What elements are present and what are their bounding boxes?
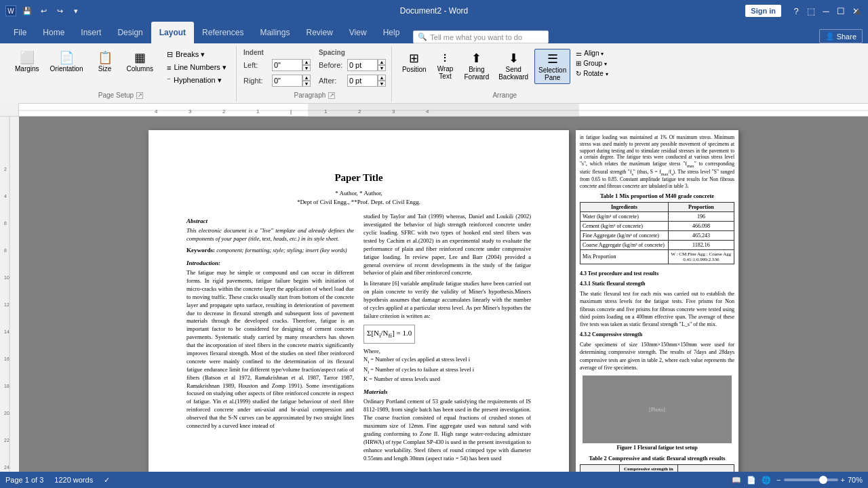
right-indent-input[interactable] [272,75,302,87]
paragraph-expand[interactable]: ↗ [328,92,335,99]
svg-text:1: 1 [324,108,328,115]
undo-qat-button[interactable]: ↩ [37,4,50,18]
tab-mailings[interactable]: Mailings [252,22,298,43]
after-spacing-input[interactable] [347,75,378,87]
breaks-icon: ⊟ [167,50,173,59]
ribbon-content: ⬜ Margins 📄 Orientation 📋 Size ▦ Columns… [0,43,868,103]
page-info: Page 1 of 3 [5,476,43,484]
tab-file[interactable]: File [5,22,35,43]
tab-references[interactable]: References [194,22,252,43]
send-backward-button[interactable]: ⬇ SendBackward [495,49,532,83]
zoom-slider[interactable] [784,479,838,481]
rotate-button[interactable]: ↻ Rotate ▾ [573,69,610,78]
tab-layout[interactable]: Layout [151,22,194,43]
svg-text:2: 2 [358,108,361,115]
after-spacing-up[interactable]: ▲ [378,75,386,81]
svg-text:6: 6 [4,221,7,226]
tab-view[interactable]: View [341,22,375,43]
orientation-button[interactable]: 📄 Orientation [46,49,87,75]
minimize-button[interactable]: ─ [819,4,833,18]
bring-forward-button[interactable]: ⬆ BringForward [461,49,493,83]
wrap-text-button[interactable]: ⫶ WrapText [433,49,458,82]
selection-pane-button[interactable]: ☰ SelectionPane [534,49,570,84]
breaks-button[interactable]: ⊟ Breaks ▾ [163,49,231,60]
left-indent-input[interactable] [272,59,302,71]
svg-text:10: 10 [4,275,9,280]
columns-label: Columns [127,65,153,73]
margins-button[interactable]: ⬜ Margins [11,49,43,75]
hyphenation-button[interactable]: ⁻ Hyphenation ▾ [163,75,231,86]
svg-text:1: 1 [256,108,260,115]
title-bar: W 💾 ↩ ↪ ▾ Document2 - Word Sign in ? ⬚ ─… [0,0,868,22]
ribbon-tabs: File Home Insert Design Layout Reference… [0,22,868,43]
abstract-text: This electronic document is a "live" tem… [186,227,354,243]
line-numbers-button[interactable]: ≡ Line Numbers ▾ [163,62,231,73]
paragraph-group-label: Paragraph [294,92,326,99]
status-left: Page 1 of 3 1220 words ✓ [5,476,110,485]
tell-me-bar[interactable]: 🔍 Tell me what you want to do [413,30,549,43]
svg-text:18: 18 [4,384,9,388]
before-spacing-up[interactable]: ▲ [378,59,386,65]
send-backward-icon: ⬇ [509,51,519,66]
paper-authors: * Author, * Author, *Dept of Civil Engg.… [186,189,531,206]
ruler-ticks: 4 3 2 1 | 1 2 3 4 [19,104,868,117]
group-button[interactable]: ⊞ Group ▾ [573,59,610,68]
table2-title: Table 2 Compressive and static flexural … [580,455,734,462]
share-label: Share [837,33,856,41]
table1-col1-header: Ingredients [580,202,669,211]
tab-insert[interactable]: Insert [73,22,109,43]
tab-review[interactable]: Review [298,22,340,43]
page-setup-expand[interactable]: ↗ [136,92,143,99]
proofing-icon[interactable]: ✓ [104,476,110,485]
ribbon-toggle-icon[interactable]: ⬚ [804,4,818,18]
view-read-icon[interactable]: 📖 [732,476,741,485]
view-print-icon[interactable]: 📄 [747,476,756,485]
redo-qat-button[interactable]: ↪ [53,4,66,18]
save-qat-button[interactable]: 💾 [20,4,34,18]
right-indent-down[interactable]: ▼ [302,81,311,87]
svg-text:4: 4 [155,108,158,115]
wrap-text-icon: ⫶ [442,51,448,65]
paper-title: Paper Title [186,171,531,185]
figure1-image: [Photo] [583,375,732,443]
size-button[interactable]: 📋 Size [90,49,120,75]
svg-text:8: 8 [4,248,7,253]
table-row: Cement (kg/m³ of concrete) 466.098 [580,221,734,230]
table2: Type of concrete Compressive strength in… [580,464,734,472]
right-panel: in fatigue loading was maintained at 1% … [576,130,738,472]
zoom-in-button[interactable]: + [841,476,845,484]
columns-button[interactable]: ▦ Columns [123,49,157,75]
after-spacing-down[interactable]: ▼ [378,81,386,87]
svg-text:4: 4 [4,194,7,199]
zoom-out-button[interactable]: − [776,476,781,484]
view-web-icon[interactable]: 🌐 [762,476,771,485]
svg-text:12: 12 [4,302,9,307]
orientation-label: Orientation [50,65,83,73]
position-button[interactable]: ⊞ Position [399,49,430,75]
tab-help[interactable]: Help [375,22,408,43]
tell-me-text: Tell me what you want to do [430,33,522,41]
document-page: Paper Title * Author, * Author, *Dept of… [149,130,569,472]
align-button[interactable]: ⚌ Align ▾ [573,49,610,58]
collapse-ribbon-button[interactable]: ▲ [853,5,863,16]
tab-design[interactable]: Design [109,22,151,43]
customize-qat-button[interactable]: ▾ [69,4,83,18]
document-area[interactable]: Paper Title * Author, * Author, *Dept of… [19,117,868,472]
before-spacing-down[interactable]: ▼ [378,65,386,71]
left-indent-up[interactable]: ▲ [302,59,311,65]
svg-text:22: 22 [4,438,9,443]
after-spacing-label: After: [319,77,346,85]
right-indent-up[interactable]: ▲ [302,75,311,81]
sign-in-button[interactable]: Sign in [745,5,781,17]
top-right-text: in fatigue loading was maintained at 1% … [580,134,734,190]
help-icon[interactable]: ? [789,4,803,18]
svg-text:4: 4 [426,108,429,115]
left-indent-down[interactable]: ▼ [302,65,311,71]
two-column-layout: Abstract This electronic document is a "… [186,213,531,462]
share-button[interactable]: 👤 Share [819,29,863,43]
materials-text: Ordinary Portland cement of 53 grade sat… [363,398,531,462]
tab-home[interactable]: Home [35,22,73,43]
before-spacing-input[interactable] [347,59,378,71]
maximize-button[interactable]: ☐ [834,4,848,18]
keywords-heading: Keywords: [186,247,215,253]
